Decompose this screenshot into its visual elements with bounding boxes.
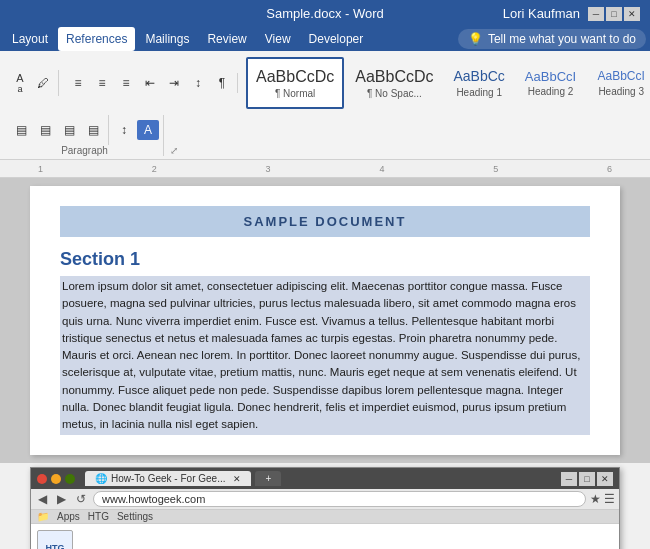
browser-max-dot[interactable]	[65, 474, 75, 484]
section-title: Section 1	[60, 249, 590, 270]
justify-btn[interactable]: ▤	[82, 120, 104, 140]
sep1	[108, 115, 109, 145]
paragraph-wrap: ▤ ▤ ▤ ▤ ↕ A Paragraph	[6, 115, 164, 156]
no-spacing-preview: AaBbCcDc	[355, 67, 433, 86]
nav-more-icon[interactable]: ☰	[604, 492, 615, 506]
htg-bookmark[interactable]: HTG	[88, 511, 109, 522]
menu-developer[interactable]: Developer	[301, 27, 372, 51]
browser-minimize-btn[interactable]: ─	[561, 472, 577, 486]
user-name: Lori Kaufman	[503, 6, 580, 21]
heading1-label: Heading 1	[456, 87, 502, 98]
browser-min-dot[interactable]	[51, 474, 61, 484]
browser-content: HTG	[31, 524, 619, 549]
ruler-mark-2: 2	[152, 164, 157, 174]
nav-icons: ★ ☰	[590, 492, 615, 506]
tell-me-box[interactable]: 💡 Tell me what you want to do	[458, 29, 646, 49]
no-spacing-label: ¶ No Spac...	[367, 88, 422, 99]
maximize-button[interactable]: □	[606, 7, 622, 21]
align-right-btn[interactable]: ▤	[58, 120, 80, 140]
heading2-preview: AaBbCcI	[525, 69, 576, 85]
document-page: SAMPLE DOCUMENT Section 1 Lorem ipsum do…	[30, 186, 620, 455]
bookmark-label: 📁	[37, 511, 49, 522]
title-text: Sample.docx - Word	[266, 6, 384, 21]
refresh-btn[interactable]: ↺	[73, 491, 89, 507]
tab-close-icon[interactable]: ✕	[233, 474, 241, 484]
heading3-label: Heading 3	[598, 86, 644, 97]
ruler-mark-6: 6	[607, 164, 612, 174]
font-group: Aa 🖊	[6, 70, 59, 96]
list-group: ≡ ≡ ≡ ⇤ ⇥ ↕ ¶	[63, 73, 238, 93]
menu-references[interactable]: References	[58, 27, 135, 51]
forward-btn[interactable]: ▶	[54, 491, 69, 507]
paragraph-label: Paragraph	[10, 145, 159, 156]
browser-nav: ◀ ▶ ↺ www.howtogeek.com ★ ☰	[31, 489, 619, 510]
ribbon-row2: ▤ ▤ ▤ ▤ ↕ A Paragraph ⤢	[6, 113, 644, 159]
menu-view[interactable]: View	[257, 27, 299, 51]
title-bar-right: Lori Kaufman ─ □ ✕	[503, 6, 640, 21]
menu-review[interactable]: Review	[199, 27, 254, 51]
tab-favicon: 🌐	[95, 473, 107, 484]
settings-bookmark[interactable]: Settings	[117, 511, 153, 522]
browser-close-btn[interactable]: ✕	[597, 472, 613, 486]
numbered-list-btn[interactable]: ≡	[91, 73, 113, 93]
minimize-button[interactable]: ─	[588, 7, 604, 21]
font-selector[interactable]: Aa	[10, 70, 30, 96]
close-button[interactable]: ✕	[624, 7, 640, 21]
browser-overlay: 🌐 How-To Geek - For Gee... ✕ + ─ □ ✕ ◀ ▶…	[30, 467, 620, 549]
window-controls: ─ □ ✕	[588, 7, 640, 21]
tab-title: How-To Geek - For Gee...	[111, 473, 225, 484]
heading3-style-card[interactable]: AaBbCcI Heading 3	[587, 57, 650, 109]
heading2-label: Heading 2	[528, 86, 574, 97]
no-spacing-style-card[interactable]: AaBbCcDc ¶ No Spac...	[346, 57, 442, 109]
paragraph-inner: ▤ ▤ ▤ ▤ ↕ A	[10, 115, 159, 145]
ruler-mark-3: 3	[266, 164, 271, 174]
browser-bookmarks: 📁 Apps HTG Settings	[31, 510, 619, 524]
tell-me-text: Tell me what you want to do	[488, 32, 636, 46]
normal-style-label: ¶ Normal	[275, 88, 315, 99]
ribbon-row1: Aa 🖊 ≡ ≡ ≡ ⇤ ⇥ ↕ ¶ AaBbCcDc ¶ Normal AaB…	[6, 55, 644, 113]
document-body[interactable]: Lorem ipsum dolor sit amet, consectetuer…	[60, 276, 590, 435]
bullet-list-btn[interactable]: ≡	[67, 73, 89, 93]
normal-style-preview: AaBbCcDc	[256, 67, 334, 86]
title-bar: Sample.docx - Word Lori Kaufman ─ □ ✕	[0, 0, 650, 27]
browser-restore-btn[interactable]: □	[579, 472, 595, 486]
browser-titlebar: 🌐 How-To Geek - For Gee... ✕ + ─ □ ✕	[31, 468, 619, 489]
heading1-preview: AaBbCc	[454, 68, 505, 85]
sort-btn[interactable]: ↕	[187, 73, 209, 93]
menu-mailings[interactable]: Mailings	[137, 27, 197, 51]
styles-group: AaBbCcDc ¶ Normal AaBbCcDc ¶ No Spac... …	[242, 55, 650, 111]
decrease-indent-btn[interactable]: ⇤	[139, 73, 161, 93]
ruler-marks: 1 2 3 4 5 6	[8, 164, 642, 174]
bookmark-icon[interactable]: ★	[590, 492, 601, 506]
ruler: 1 2 3 4 5 6	[0, 160, 650, 178]
increase-indent-btn[interactable]: ⇥	[163, 73, 185, 93]
ruler-mark-1: 1	[38, 164, 43, 174]
font-clear[interactable]: 🖊	[32, 73, 54, 93]
shading-btn[interactable]: A	[137, 120, 159, 140]
multilevel-list-btn[interactable]: ≡	[115, 73, 137, 93]
ruler-mark-4: 4	[379, 164, 384, 174]
htg-logo: HTG	[37, 530, 73, 549]
browser-win-controls: ─ □ ✕	[561, 472, 613, 486]
menu-layout[interactable]: Layout	[4, 27, 56, 51]
pilcrow-btn[interactable]: ¶	[211, 73, 233, 93]
back-btn[interactable]: ◀	[35, 491, 50, 507]
heading2-style-card[interactable]: AaBbCcI Heading 2	[516, 57, 585, 109]
normal-style-card[interactable]: AaBbCcDc ¶ Normal	[246, 57, 344, 109]
ruler-mark-5: 5	[493, 164, 498, 174]
document-banner: SAMPLE DOCUMENT	[60, 206, 590, 237]
expand-icon[interactable]: ⤢	[166, 145, 178, 156]
address-bar[interactable]: www.howtogeek.com	[93, 491, 586, 507]
heading3-preview: AaBbCcI	[597, 69, 644, 83]
align-left-btn[interactable]: ▤	[10, 120, 32, 140]
active-tab[interactable]: 🌐 How-To Geek - For Gee... ✕	[85, 471, 251, 486]
align-center-btn[interactable]: ▤	[34, 120, 56, 140]
ribbon: Aa 🖊 ≡ ≡ ≡ ⇤ ⇥ ↕ ¶ AaBbCcDc ¶ Normal AaB…	[0, 51, 650, 160]
apps-bookmark[interactable]: Apps	[57, 511, 80, 522]
line-spacing-btn[interactable]: ↕	[113, 120, 135, 140]
heading1-style-card[interactable]: AaBbCc Heading 1	[445, 57, 514, 109]
document-area: SAMPLE DOCUMENT Section 1 Lorem ipsum do…	[0, 178, 650, 463]
new-tab-btn[interactable]: +	[255, 471, 281, 486]
browser-close-dot[interactable]	[37, 474, 47, 484]
lightbulb-icon: 💡	[468, 32, 483, 46]
